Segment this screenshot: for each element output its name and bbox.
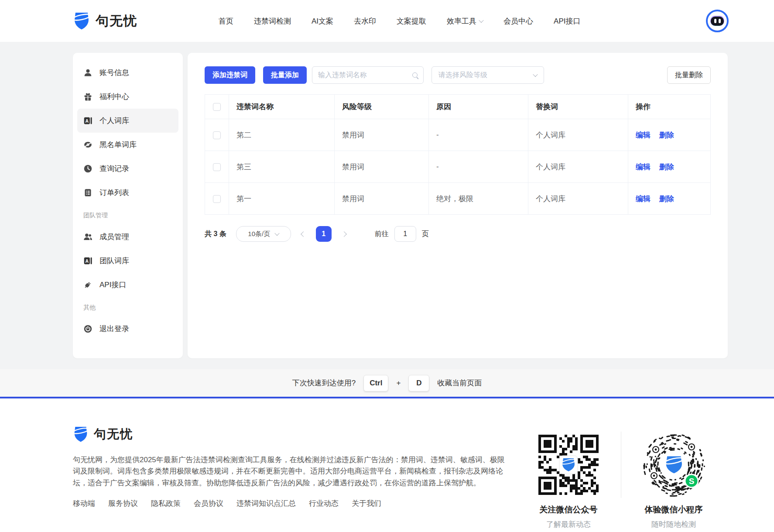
footer-link-terms[interactable]: 服务协议 xyxy=(108,498,138,508)
cell-reason: - xyxy=(429,151,528,183)
sidebar-item-logout[interactable]: 退出登录 xyxy=(77,317,178,341)
qr2-title: 体验微信小程序 xyxy=(645,504,703,515)
nav-item-watermark[interactable]: 去水印 xyxy=(354,16,376,26)
row-checkbox[interactable] xyxy=(213,131,221,139)
cell-replace: 个人词库 xyxy=(528,151,628,183)
word-search-box xyxy=(312,66,424,84)
next-page-button[interactable] xyxy=(342,232,346,236)
plug-icon xyxy=(83,280,92,289)
delete-link[interactable]: 删除 xyxy=(659,195,674,203)
select-all-checkbox[interactable] xyxy=(213,103,221,111)
sidebar-section-team: 团队管理 xyxy=(77,205,178,225)
col-header-actions: 操作 xyxy=(628,95,711,119)
user-avatar[interactable] xyxy=(706,10,729,32)
sidebar-item-members[interactable]: 成员管理 xyxy=(77,225,178,249)
col-header-replace: 替换词 xyxy=(528,95,628,119)
hint-question: 下次快速到达使用? xyxy=(292,378,356,388)
svg-text:A: A xyxy=(86,118,89,124)
footer-link-about[interactable]: 关于我们 xyxy=(352,498,381,508)
table-header-row: 违禁词名称 风险等级 原因 替换词 操作 xyxy=(205,95,711,119)
table-row: 第三 禁用词 - 个人词库 编辑删除 xyxy=(205,151,711,183)
batch-add-button[interactable]: 批量添加 xyxy=(263,66,307,84)
sidebar-item-blacklist[interactable]: 黑名单词库 xyxy=(77,133,178,157)
footer-link-privacy[interactable]: 隐私政策 xyxy=(151,498,181,508)
gift-icon xyxy=(83,92,92,101)
footer-link-mobile[interactable]: 移动端 xyxy=(73,498,95,508)
footer-link-member[interactable]: 会员协议 xyxy=(194,498,223,508)
sidebar-item-welfare[interactable]: 福利中心 xyxy=(77,85,178,109)
sidebar-item-api[interactable]: API接口 xyxy=(77,273,178,297)
power-icon xyxy=(83,324,92,333)
sidebar-item-account[interactable]: 账号信息 xyxy=(77,61,178,85)
word-search-input[interactable] xyxy=(318,71,412,79)
cell-reason: 绝对，极限 xyxy=(429,183,528,215)
total-count: 共 3 条 xyxy=(205,230,226,239)
cell-risk: 禁用词 xyxy=(335,119,429,151)
sidebar-item-orders[interactable]: 订单列表 xyxy=(77,181,178,205)
batch-delete-button[interactable]: 批量删除 xyxy=(667,66,711,84)
ctrl-keycap: Ctrl xyxy=(363,375,388,391)
delete-link[interactable]: 删除 xyxy=(659,163,674,171)
cell-risk: 禁用词 xyxy=(335,183,429,215)
footer: 句无忧 句无忧网，为您提供2025年最新广告法违禁词检测查询工具服务，在线检测并… xyxy=(0,398,774,532)
word-table: 违禁词名称 风险等级 原因 替换词 操作 第二 禁用词 - 个人词库 编辑删除 xyxy=(205,94,711,215)
cell-word-name: 第三 xyxy=(229,151,335,183)
footer-link-knowledge[interactable]: 违禁词知识点汇总 xyxy=(236,498,296,508)
nav-item-ai-copy[interactable]: AI文案 xyxy=(312,16,333,26)
plus-sign: + xyxy=(396,379,401,388)
search-icon xyxy=(412,72,418,78)
goto-label: 前往 xyxy=(375,230,389,239)
sidebar-item-team-lexicon[interactable]: A 团队词库 xyxy=(77,249,178,273)
hint-suffix: 收藏当前页面 xyxy=(437,378,482,388)
page-body: 账号信息 福利中心 A 个人词库 黑名单词库 查询记录 订单列表 团队管理 成员… xyxy=(0,42,774,369)
goto-page-input[interactable] xyxy=(394,226,416,242)
delete-link[interactable]: 删除 xyxy=(659,131,674,139)
page-size-select[interactable]: 10条/页 xyxy=(236,226,291,242)
page-number-button[interactable]: 1 xyxy=(316,226,332,242)
word-lib-icon: A xyxy=(83,256,92,265)
footer-link-news[interactable]: 行业动态 xyxy=(309,498,339,508)
sidebar-item-personal-lexicon[interactable]: A 个人词库 xyxy=(77,109,178,133)
edit-link[interactable]: 编辑 xyxy=(636,131,651,139)
top-nav-bar: 句无忧 首页 违禁词检测 AI文案 去水印 文案提取 效率工具 会员中心 API… xyxy=(0,0,774,42)
edit-link[interactable]: 编辑 xyxy=(636,195,651,203)
user-icon xyxy=(83,68,92,77)
nav-item-extract[interactable]: 文案提取 xyxy=(397,16,426,26)
main-nav: 首页 违禁词检测 AI文案 去水印 文案提取 效率工具 会员中心 API接口 xyxy=(219,16,580,26)
d-keycap: D xyxy=(408,375,429,391)
nav-item-home[interactable]: 首页 xyxy=(219,16,233,26)
chevron-down-icon xyxy=(479,18,483,23)
cell-word-name: 第一 xyxy=(229,183,335,215)
qr2-subtitle: 随时随地检测 xyxy=(651,519,696,529)
risk-level-select[interactable]: 请选择风险等级 xyxy=(432,66,544,84)
cell-replace: 个人词库 xyxy=(528,119,628,151)
prev-page-button[interactable] xyxy=(301,232,305,236)
table-row: 第一 禁用词 绝对，极限 个人词库 编辑删除 xyxy=(205,183,711,215)
svg-text:S: S xyxy=(689,477,695,486)
col-header-name: 违禁词名称 xyxy=(229,95,335,119)
nav-item-member[interactable]: 会员中心 xyxy=(503,16,533,26)
qr-divider xyxy=(621,432,621,498)
row-checkbox[interactable] xyxy=(213,195,221,203)
nav-item-tools[interactable]: 效率工具 xyxy=(447,16,483,26)
footer-brand-name: 句无忧 xyxy=(94,426,133,443)
table-row: 第二 禁用词 - 个人词库 编辑删除 xyxy=(205,119,711,151)
edit-link[interactable]: 编辑 xyxy=(636,163,651,171)
goto-suffix: 页 xyxy=(422,230,429,239)
nav-item-api[interactable]: API接口 xyxy=(554,16,580,26)
pagination: 共 3 条 10条/页 1 前往 页 xyxy=(205,226,711,242)
wechat-official-qr-code xyxy=(538,435,599,495)
shield-logo-icon xyxy=(73,426,89,443)
history-icon xyxy=(83,164,92,173)
shortcut-hint-bar: 下次快速到达使用? Ctrl + D 收藏当前页面 xyxy=(0,369,774,398)
cell-reason: - xyxy=(429,119,528,151)
brand-logo[interactable]: 句无忧 xyxy=(73,11,137,31)
add-word-button[interactable]: 添加违禁词 xyxy=(205,66,255,84)
toolbar: 添加违禁词 批量添加 请选择风险等级 批量删除 xyxy=(205,66,711,84)
qr1-subtitle: 了解最新动态 xyxy=(546,519,591,529)
nav-item-detect[interactable]: 违禁词检测 xyxy=(254,16,291,26)
cell-word-name: 第二 xyxy=(229,119,335,151)
robot-avatar-icon xyxy=(711,17,724,26)
row-checkbox[interactable] xyxy=(213,163,221,171)
sidebar-item-query-history[interactable]: 查询记录 xyxy=(77,157,178,181)
